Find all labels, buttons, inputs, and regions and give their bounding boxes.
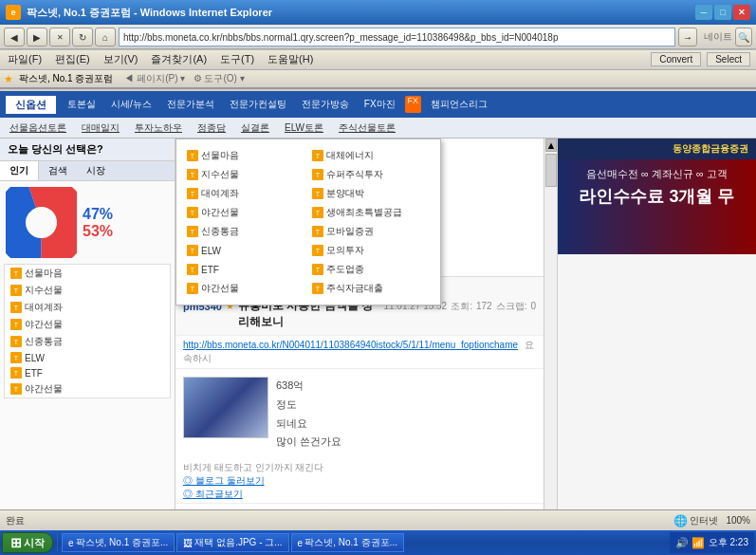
post-link[interactable]: http://bbs.moneta.co.kr/N004011/11038649… bbox=[183, 340, 518, 350]
popular-item-1[interactable]: T 선물마음 bbox=[5, 265, 170, 282]
taskbar-item-1[interactable]: e 팍스넷, No.1 증권포... bbox=[62, 533, 175, 552]
subnav-stock-futures[interactable]: 주식선물토론 bbox=[333, 120, 401, 136]
dropdown-icon-r4: T bbox=[312, 207, 323, 218]
convert-button[interactable]: Convert bbox=[651, 52, 701, 66]
menu-tools[interactable]: 도구(T) bbox=[218, 51, 256, 67]
taskbar-time: 오후 2:23 bbox=[709, 536, 748, 549]
refresh-button[interactable]: ↻ bbox=[72, 28, 93, 46]
nav-expert-broadcast[interactable]: 전문가방송 bbox=[296, 96, 355, 113]
dropdown-item-5[interactable]: T 신종통금 bbox=[184, 223, 307, 240]
status-right: 🌐 인터넷 100% bbox=[673, 514, 750, 527]
subnav-elw[interactable]: ELW토론 bbox=[279, 120, 329, 136]
dropdown-item-2[interactable]: T 지수선물 bbox=[184, 166, 307, 183]
taskbar-item-3[interactable]: e 팍스넷, No.1 증권포... bbox=[291, 533, 404, 552]
dropdown-item-6[interactable]: T ELW bbox=[184, 242, 307, 259]
back-button[interactable]: ◀ bbox=[4, 28, 25, 46]
window-icon: e bbox=[6, 5, 21, 20]
search-button[interactable]: 🔍 bbox=[735, 28, 752, 46]
dropdown-item-3[interactable]: T 대여계좌 bbox=[184, 185, 307, 202]
home-button[interactable]: ⌂ bbox=[95, 28, 116, 46]
popular-list: T 선물마음 T 지수선물 T 대여계좌 T 야간선물 bbox=[4, 264, 171, 398]
scrollbar[interactable]: ▲ bbox=[544, 139, 557, 509]
popular-item-4[interactable]: T 야간선물 bbox=[5, 316, 170, 333]
nav-tobonsil[interactable]: 토본실 bbox=[62, 96, 101, 113]
menu-file[interactable]: 파일(F) bbox=[6, 51, 44, 67]
dropdown-item-r2[interactable]: T 슈퍼주식투자 bbox=[309, 166, 433, 183]
nav-fx[interactable]: FX마진 bbox=[359, 96, 401, 113]
dropdown-icon-1: T bbox=[187, 150, 198, 161]
nav-champions[interactable]: 챔피언스리그 bbox=[425, 96, 493, 113]
user-link-2[interactable]: ◎ 블로그 둘러보기 bbox=[183, 474, 536, 488]
taskbar-item-2[interactable]: 🖼 재택 없음.JPG - 그... bbox=[176, 533, 288, 552]
post-scrap: 0 bbox=[530, 301, 536, 311]
dropdown-icon-r8: T bbox=[312, 283, 323, 294]
popular-item-2[interactable]: T 지수선물 bbox=[5, 282, 170, 299]
popular-item-5[interactable]: T 신종통금 bbox=[5, 333, 170, 350]
dropdown-item-8[interactable]: T 야간선물 bbox=[184, 280, 307, 297]
start-button[interactable]: ⊞ 시작 bbox=[2, 532, 53, 553]
minimize-button[interactable]: ─ bbox=[695, 5, 712, 20]
scroll-thumb[interactable] bbox=[545, 154, 557, 187]
go-button[interactable]: → bbox=[678, 28, 697, 46]
dropdown-item-r7[interactable]: T 주도업종 bbox=[309, 261, 433, 278]
sidebar-tab-market[interactable]: 시장 bbox=[77, 161, 115, 180]
dropdown-icon-5: T bbox=[187, 226, 198, 237]
dropdown-item-r3[interactable]: T 분양대박 bbox=[309, 185, 433, 202]
popular-item-3[interactable]: T 대여계좌 bbox=[5, 299, 170, 316]
nav-expert-consulting[interactable]: 전문가컨설팅 bbox=[224, 96, 292, 113]
windows-logo: ⊞ bbox=[10, 535, 22, 550]
popular-item-7[interactable]: T ETF bbox=[5, 365, 170, 380]
menu-view[interactable]: 보기(V) bbox=[101, 51, 140, 67]
forward-button[interactable]: ▶ bbox=[27, 28, 47, 46]
popular-item-6[interactable]: T ELW bbox=[5, 350, 170, 365]
dropdown-grid: T 선물마음 T 대체에너지 T 지수선물 T bbox=[184, 147, 433, 297]
menu-bar: 파일(F) 편집(E) 보기(V) 즐겨찾기(A) 도구(T) 도움말(H) C… bbox=[0, 49, 756, 70]
dropdown-item-7[interactable]: T ETF bbox=[184, 261, 307, 278]
window-controls[interactable]: ─ □ ✕ bbox=[695, 5, 750, 20]
address-input[interactable] bbox=[119, 28, 675, 46]
dropdown-item-r8[interactable]: T 주식자금대출 bbox=[309, 280, 433, 297]
menu-favorites[interactable]: 즐겨찾기(A) bbox=[149, 51, 209, 67]
right-banner-area: 동양종합금융증권 음선매수전 ∞ 계좌신규 ∞ 고객 라인수수료 3개월 무 bbox=[557, 139, 756, 509]
status-bar: 완료 🌐 인터넷 100% bbox=[0, 509, 756, 530]
post-link-area: http://bbs.moneta.co.kr/N004011/11038649… bbox=[175, 336, 544, 369]
item-icon-5: T bbox=[10, 336, 22, 347]
dropdown-overlay: T 선물마음 T 대체에너지 T 지수선물 T bbox=[175, 139, 441, 305]
close-button[interactable]: ✕ bbox=[733, 5, 750, 20]
dropdown-item-r6[interactable]: T 모의투자 bbox=[309, 242, 433, 259]
dropdown-item-4[interactable]: T 야간선물 bbox=[184, 204, 307, 221]
post-thumbnail bbox=[183, 377, 268, 438]
sub-nav-bar: 선물옵션토론 대매일지 투자노하우 정종담 실결론 ELW토론 주식선물토론 bbox=[0, 118, 756, 139]
subnav-investment-tips[interactable]: 투자노하우 bbox=[129, 120, 188, 136]
site-main-nav: 신옵션 토본실 시세/뉴스 전문가분석 전문가컨설팅 전문가방송 FX마진 FX… bbox=[0, 91, 756, 118]
user-link-1: 비치게 태도하고 인기까지 재긴다 bbox=[183, 461, 536, 474]
dropdown-icon-7: T bbox=[187, 264, 198, 275]
scroll-up[interactable]: ▲ bbox=[545, 139, 557, 152]
nav-market-news[interactable]: 시세/뉴스 bbox=[105, 96, 157, 113]
zoom-level[interactable]: 100% bbox=[726, 515, 750, 526]
subnav-daily-log[interactable]: 대매일지 bbox=[76, 120, 125, 136]
user-link-3[interactable]: ◎ 최근글보기 bbox=[183, 488, 536, 501]
dropdown-item-r1[interactable]: T 대체에너지 bbox=[309, 147, 433, 164]
stop-button[interactable]: ✕ bbox=[49, 28, 70, 46]
subnav-futures-discussion[interactable]: 선물옵션토론 bbox=[4, 120, 72, 136]
pie-chart-section: 47% 53% bbox=[0, 181, 175, 264]
new-option-tab[interactable]: 신옵션 bbox=[6, 96, 56, 114]
subnav-stocks[interactable]: 정종담 bbox=[192, 120, 231, 136]
nav-expert-analysis[interactable]: 전문가분석 bbox=[161, 96, 220, 113]
dropdown-item-1[interactable]: T 선물마음 bbox=[184, 147, 307, 164]
popular-item-8[interactable]: T 야간선물 bbox=[5, 380, 170, 398]
taskbar-separator bbox=[57, 534, 58, 551]
maximize-button[interactable]: □ bbox=[714, 5, 731, 20]
select-button[interactable]: Select bbox=[707, 52, 750, 66]
subnav-conclusion[interactable]: 실결론 bbox=[235, 120, 275, 136]
sidebar-tabs: 인기 검색 시장 bbox=[0, 161, 175, 181]
dropdown-item-r4[interactable]: T 생애최초특별공급 bbox=[309, 204, 433, 221]
dropdown-item-r5[interactable]: T 모바일증권 bbox=[309, 223, 433, 240]
taskbar-ie-icon-1: e bbox=[68, 538, 74, 548]
sidebar-tab-search[interactable]: 검색 bbox=[39, 161, 77, 180]
menu-help[interactable]: 도움말(H) bbox=[266, 51, 315, 67]
nav-buttons[interactable]: ◀ ▶ ✕ ↻ ⌂ bbox=[4, 28, 116, 46]
menu-edit[interactable]: 편집(E) bbox=[53, 51, 92, 67]
sidebar-tab-popular[interactable]: 인기 bbox=[0, 161, 39, 180]
